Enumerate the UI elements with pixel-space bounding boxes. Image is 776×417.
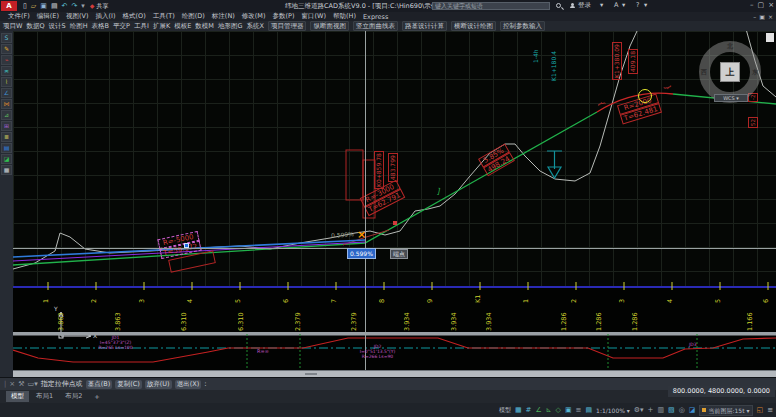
compass-north-label[interactable]: 北 bbox=[727, 42, 733, 51]
menu-edit[interactable]: 编辑(E) bbox=[37, 12, 59, 21]
app-logo-icon[interactable]: A bbox=[1, 1, 17, 11]
menu-project[interactable]: 项目W bbox=[3, 22, 22, 31]
login-button[interactable]: 登录 bbox=[578, 1, 591, 10]
side-tool-icon[interactable]: ≍ bbox=[1, 66, 12, 76]
compass-west-label[interactable]: 西 bbox=[701, 68, 707, 77]
cmd-customize-wrench-icon[interactable]: ⚒ bbox=[18, 380, 24, 388]
cmd-close-icon[interactable]: × bbox=[9, 380, 15, 388]
scrollbar-thumb-notch[interactable] bbox=[305, 373, 317, 375]
polar-tracking-icon[interactable]: ⊾ bbox=[546, 406, 552, 414]
vertical-scrollbar-thumb[interactable] bbox=[766, 33, 774, 42]
isolate-objects-icon[interactable]: ◎ bbox=[679, 406, 685, 414]
cmd-drag-handle[interactable]: | bbox=[4, 380, 6, 388]
project-manager-button[interactable]: 项目管理器 bbox=[268, 21, 307, 31]
control-params-button[interactable]: 控制参数输入 bbox=[500, 21, 545, 31]
units-icon[interactable]: ▥ bbox=[657, 406, 664, 414]
terrain-line[interactable] bbox=[13, 31, 638, 269]
wcs-dropdown[interactable]: WCS ▾ bbox=[714, 94, 748, 102]
menu-draw[interactable]: 绘图(D) bbox=[182, 12, 205, 21]
cross-section-button[interactable]: 横断设计绘图 bbox=[451, 21, 496, 31]
undo-icon[interactable]: ↶ bbox=[62, 2, 68, 10]
pvi-station-label[interactable]: K0+859.78 bbox=[374, 151, 384, 189]
tab-layout1[interactable]: 布局1 bbox=[31, 391, 58, 402]
structure-rect[interactable] bbox=[346, 150, 363, 200]
quick-properties-icon[interactable]: ▧ bbox=[668, 406, 675, 414]
side-tool-icon[interactable]: ≣ bbox=[1, 132, 12, 142]
cmd-option-undo[interactable]: 放弃(U) bbox=[145, 380, 172, 389]
pvi2-station-label[interactable]: K1+380.09 bbox=[612, 42, 622, 80]
help-icon[interactable]: ? bbox=[636, 1, 639, 9]
customization-menu-icon[interactable]: ≡ bbox=[767, 406, 773, 414]
help-dropdown-icon[interactable]: ▾ bbox=[644, 1, 647, 9]
share-button[interactable]: ◆ 共享 bbox=[90, 2, 109, 11]
menu-terrain[interactable]: 地形图G bbox=[218, 22, 243, 31]
search-icon[interactable] bbox=[556, 3, 561, 8]
close-button[interactable]: × bbox=[768, 1, 774, 9]
clean-screen-icon[interactable]: ◱ bbox=[757, 406, 764, 414]
current-layer-control[interactable]: 当前图层:15t▾ bbox=[699, 405, 752, 416]
hot-grip[interactable] bbox=[393, 221, 397, 225]
redo-icon[interactable]: ↷ bbox=[71, 2, 77, 10]
drawing-canvas[interactable]: Y X R=-5000 T=59.172 bbox=[13, 31, 776, 377]
side-tool-icon[interactable]: ◪ bbox=[1, 154, 12, 164]
grid-display-icon[interactable]: ▦ bbox=[515, 406, 522, 414]
lineweight-icon[interactable]: ≡ bbox=[576, 406, 582, 414]
save-icon[interactable]: ▣ bbox=[40, 2, 47, 10]
menu-help[interactable]: 帮助(H) bbox=[333, 12, 356, 21]
menu-data[interactable]: 数据Q bbox=[26, 22, 44, 31]
pvi-elevation-label[interactable]: 483.799 bbox=[388, 153, 398, 182]
menu-view[interactable]: 视图(V) bbox=[66, 12, 89, 21]
transparency-icon[interactable]: ▤ bbox=[585, 406, 592, 414]
cmd-option-copy[interactable]: 复制(C) bbox=[115, 380, 142, 389]
qat-dropdown-icon[interactable]: ▾ bbox=[81, 2, 85, 10]
menu-express[interactable]: Express bbox=[363, 13, 388, 21]
menu-template[interactable]: 模板E bbox=[174, 22, 191, 31]
account-dropdown-icon[interactable]: ▾ bbox=[600, 1, 603, 9]
tab-new-layout[interactable]: + bbox=[89, 392, 104, 402]
a-dropdown-icon[interactable]: ▾ bbox=[622, 1, 625, 9]
side-tool-icon[interactable]: ⌁ bbox=[1, 55, 12, 65]
minimize-button[interactable]: – bbox=[750, 1, 754, 9]
side-tool-icon[interactable]: ▤ bbox=[1, 143, 12, 153]
side-tool-icon[interactable]: ⊞ bbox=[1, 121, 12, 131]
curve-table-button[interactable]: 竖立面曲线表 bbox=[353, 21, 398, 31]
coordinates-readout[interactable]: 800.0000, 4800.0000, 0.0000 bbox=[668, 386, 775, 397]
compass-east-label[interactable]: 东 bbox=[752, 68, 758, 77]
workspace-gear-icon[interactable]: ⚙▾ bbox=[634, 406, 644, 414]
side-tool-icon[interactable]: ⌇ bbox=[1, 77, 12, 87]
menu-insert[interactable]: 插入(I) bbox=[96, 12, 116, 21]
menu-file[interactable]: 文件(F) bbox=[8, 12, 30, 21]
pvi2-elevation-label[interactable]: 409.18 bbox=[628, 49, 638, 74]
stretch-grip-marker[interactable]: × bbox=[357, 228, 366, 241]
side-tool-icon[interactable]: ⊿ bbox=[1, 110, 12, 120]
annotation-scale-control[interactable]: 1:1/100% ▾ bbox=[596, 407, 630, 414]
menu-system[interactable]: 系统X bbox=[246, 22, 263, 31]
model-space-toggle[interactable]: 模型 bbox=[499, 406, 511, 415]
menu-intersection[interactable]: 平交P bbox=[113, 22, 130, 31]
menu-dtm[interactable]: 数模M bbox=[195, 22, 214, 31]
viewcube-top-face[interactable]: 上 bbox=[720, 62, 740, 82]
menu-drawing[interactable]: 绘图H bbox=[70, 22, 88, 31]
horizontal-scrollbar[interactable] bbox=[13, 370, 776, 377]
plot-icon[interactable]: ▤ bbox=[51, 2, 58, 10]
autodesk-a-icon[interactable]: A bbox=[614, 1, 618, 9]
snap-mode-icon[interactable]: # bbox=[526, 406, 532, 414]
osnap-icon[interactable]: ▣ bbox=[565, 406, 572, 414]
command-line[interactable]: | × ⚒ ▭▾ 指定拉伸点或 基点(B) 复制(C) 放弃(U) 退出(X) … bbox=[0, 377, 776, 390]
restore-button[interactable]: ▢ bbox=[758, 1, 765, 9]
menu-parameters[interactable]: 参数(P) bbox=[272, 12, 294, 21]
tab-layout2[interactable]: 布局2 bbox=[60, 391, 87, 402]
menu-design[interactable]: 设计S bbox=[49, 22, 66, 31]
menu-tools[interactable]: 工具(T) bbox=[153, 12, 175, 21]
dynamic-input-field[interactable]: 0.599% bbox=[347, 248, 376, 259]
profile-view-button[interactable]: 纵断面视图 bbox=[310, 21, 349, 31]
ortho-mode-icon[interactable]: ∠ bbox=[535, 406, 541, 414]
menu-tool[interactable]: 工具I bbox=[134, 22, 149, 31]
tab-model[interactable]: 模型 bbox=[6, 391, 29, 402]
doc-close-button[interactable]: × bbox=[768, 13, 773, 20]
doc-minimize-button[interactable]: – bbox=[753, 13, 756, 20]
graphics-performance-icon[interactable]: ◪ bbox=[689, 406, 696, 414]
new-file-icon[interactable]: ▯ bbox=[23, 2, 27, 10]
side-tool-icon[interactable]: ⋈ bbox=[1, 99, 12, 109]
menu-dimension[interactable]: 标注(N) bbox=[212, 12, 235, 21]
